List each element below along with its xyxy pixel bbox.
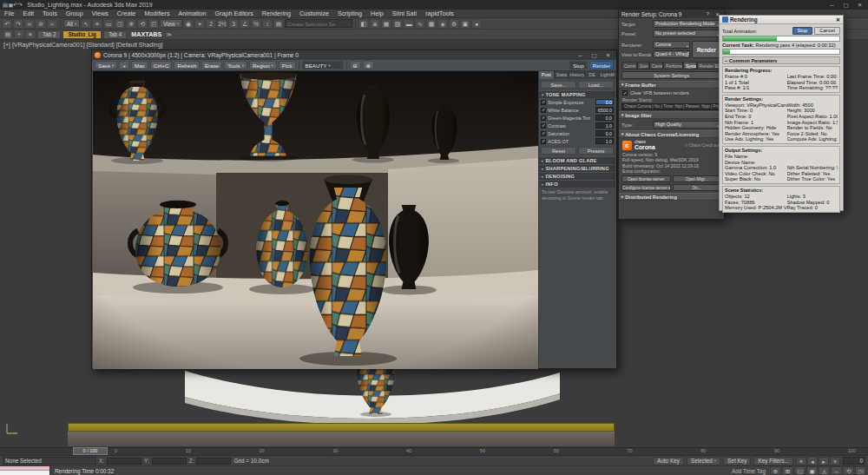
- maximize-viewport-toggle-icon[interactable]: ◳: [855, 466, 866, 475]
- spinner-snap-icon[interactable]: ↕: [262, 19, 273, 29]
- system-settings-button[interactable]: System Settings: [621, 71, 721, 79]
- render-setup-icon[interactable]: ⚙: [449, 19, 459, 29]
- selection-filter-dropdown[interactable]: All: [63, 19, 80, 28]
- redo-icon[interactable]: ↷: [13, 19, 23, 29]
- frame-buffer-rollout[interactable]: Frame Buffer: [619, 81, 724, 89]
- image-filter-rollout[interactable]: Image filter: [619, 111, 724, 119]
- vfb-info-header[interactable]: INFO: [539, 180, 615, 188]
- select-by-name-icon[interactable]: ≡: [92, 19, 102, 29]
- listener-script-row[interactable]: [0, 471, 49, 475]
- redo-icon[interactable]: ↷: [18, 2, 23, 8]
- play-button[interactable]: ▸: [819, 457, 829, 465]
- mirror-icon[interactable]: ◧: [358, 19, 369, 29]
- time-slider-handle[interactable]: 0 / 100: [73, 447, 108, 455]
- menu-item[interactable]: Create: [113, 10, 141, 17]
- field-of-view-icon[interactable]: ◬: [819, 466, 830, 475]
- reference-coordinate-dropdown[interactable]: View: [160, 19, 182, 28]
- select-and-move-icon[interactable]: ⊕: [126, 19, 136, 29]
- vfb-copy-button[interactable]: Ctrl+C: [150, 61, 173, 69]
- angle-snap-icon[interactable]: ∠: [240, 19, 250, 29]
- distributed-rendering-rollout[interactable]: Distributed Rendering: [619, 193, 724, 201]
- stop-button[interactable]: Stop: [792, 27, 813, 35]
- vfb-tools-button[interactable]: Tools: [224, 61, 247, 69]
- vfb-section-header[interactable]: BLOOM AND GLARE: [539, 156, 615, 164]
- orbit-icon[interactable]: ⟲: [843, 466, 854, 475]
- vfb-panel-tab[interactable]: LightMix: [600, 71, 615, 79]
- cancel-button[interactable]: Cancel: [814, 27, 840, 35]
- vfb-compare-button[interactable]: +: [119, 61, 129, 69]
- rectangular-selection-region-icon[interactable]: ▭: [103, 19, 114, 29]
- select-and-link-icon[interactable]: ∞: [24, 19, 35, 29]
- undo-icon[interactable]: ↶: [2, 19, 12, 29]
- render-setup-tab[interactable]: Camera: [649, 62, 663, 69]
- renderer-dropdown[interactable]: Corona: [653, 41, 690, 49]
- select-and-scale-icon[interactable]: ◰: [148, 19, 159, 29]
- ribbon-toggle-icon[interactable]: ▬: [404, 19, 414, 29]
- help-icon[interactable]: ?: [704, 11, 712, 16]
- maxtabs-tab[interactable]: Tab 2: [37, 30, 61, 39]
- maxtabs-tab[interactable]: Studio_Lig: [62, 30, 102, 39]
- vfb-save-config-button[interactable]: Save...: [541, 81, 576, 89]
- render-button[interactable]: Render: [692, 41, 721, 58]
- rendering-dialog-title-bar[interactable]: Rendering ✕: [720, 16, 843, 24]
- vfb-image-area[interactable]: [93, 71, 538, 369]
- zoom-extents-icon[interactable]: ◱: [794, 466, 806, 475]
- clear-vfb-checkbox[interactable]: [622, 90, 628, 96]
- menu-item[interactable]: Rendering: [258, 10, 295, 17]
- new-tab-icon[interactable]: +: [14, 30, 24, 39]
- create-selection-set-input[interactable]: [285, 19, 352, 28]
- vfb-panel-tab[interactable]: History: [569, 71, 585, 79]
- tab-options-icon[interactable]: ≡: [25, 30, 36, 39]
- maxtabs-chevron-icon[interactable]: ≫: [166, 31, 172, 38]
- menu-item[interactable]: rapidTools: [421, 10, 458, 17]
- vfb-maximize-button[interactable]: ▢: [589, 50, 600, 60]
- tab-config-icon[interactable]: ▤: [3, 30, 13, 39]
- key-filters-button[interactable]: Key Filters...: [753, 457, 793, 465]
- filter-type-dropdown[interactable]: High Quality: [653, 121, 721, 129]
- schematic-view-icon[interactable]: ▩: [426, 19, 437, 29]
- checkbox-checked-icon[interactable]: [541, 115, 546, 121]
- render-setup-tab[interactable]: Performance: [663, 62, 683, 69]
- menu-item[interactable]: Help: [366, 10, 388, 17]
- zoom-icon[interactable]: ⊕: [770, 466, 781, 475]
- go-to-start-button[interactable]: «: [796, 457, 806, 465]
- select-and-manipulate-icon[interactable]: ⌖: [194, 19, 205, 29]
- license-button[interactable]: On...: [673, 184, 722, 191]
- vfb-section-header[interactable]: DENOISING: [539, 172, 615, 180]
- select-and-rotate-icon[interactable]: ⟲: [137, 19, 148, 29]
- vfb-close-button[interactable]: ✕: [602, 50, 614, 60]
- maxtabs-tab[interactable]: Tab 4: [103, 30, 127, 39]
- menu-item[interactable]: Animation: [174, 10, 211, 17]
- view-to-render-dropdown[interactable]: Quad 4 - VRayPhysicalCamera001: [653, 50, 690, 58]
- snaps-toggle-25d-icon[interactable]: 2½: [217, 19, 227, 29]
- menu-item[interactable]: Views: [88, 10, 113, 17]
- menu-item[interactable]: Customize: [295, 10, 333, 17]
- snaps-toggle-3d-icon[interactable]: 3: [228, 19, 239, 29]
- checkbox-checked-icon[interactable]: [541, 139, 546, 144]
- license-button[interactable]: Open Migr...: [673, 175, 722, 182]
- auto-key-button[interactable]: Auto Key: [653, 457, 684, 465]
- vfb-title-bar[interactable]: Corona 9 | 4500x3000px (1:2) | Camera: V…: [92, 50, 616, 60]
- checkbox-checked-icon[interactable]: [541, 131, 546, 136]
- render-setup-title-bar[interactable]: Render Setup: Corona 9 ? ✕: [619, 10, 724, 18]
- go-to-end-button[interactable]: »: [830, 457, 840, 465]
- vfb-minimize-button[interactable]: ─: [575, 50, 586, 60]
- menu-item[interactable]: Graph Editors: [211, 10, 258, 17]
- tone-mapping-reset-button[interactable]: Reset: [541, 147, 576, 155]
- render-setup-tab[interactable]: Render Elements: [697, 62, 721, 69]
- menu-item[interactable]: Scripting: [333, 10, 366, 17]
- maxscript-mini-listener[interactable]: [0, 466, 50, 475]
- about-corona-rollout[interactable]: About Chaos Corona/Licensing: [619, 130, 724, 138]
- menu-item[interactable]: Tools: [38, 10, 62, 17]
- zoom-out-icon[interactable]: ⊖: [350, 61, 361, 69]
- layer-explorer-icon[interactable]: ▧: [392, 19, 403, 29]
- render-stamp-input[interactable]: Chaos Corona | %c | Time: %pt | Passes: …: [621, 103, 721, 110]
- menu-item[interactable]: Edit: [19, 10, 38, 17]
- named-selection-sets-icon[interactable]: ▤: [273, 19, 284, 29]
- license-button[interactable]: Configure license server address: [621, 184, 671, 191]
- render-setup-tab[interactable]: Scene: [637, 62, 649, 69]
- current-frame-field[interactable]: 0: [843, 457, 865, 465]
- rendered-frame-window-icon[interactable]: ▣: [460, 19, 470, 29]
- curve-editor-icon[interactable]: ∿: [415, 19, 425, 29]
- vfb-erase-button[interactable]: Erase: [201, 61, 222, 69]
